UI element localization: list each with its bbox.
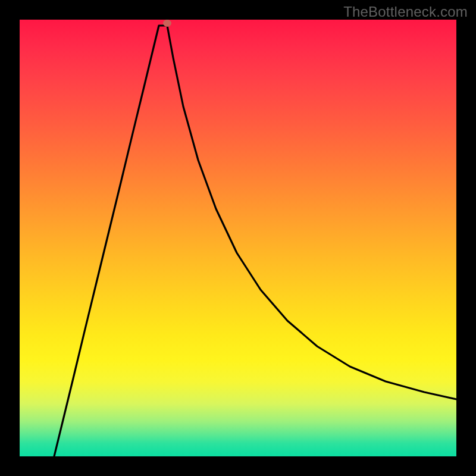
chart-frame: TheBottleneck.com [0,0,476,476]
minimum-marker [163,20,171,27]
plot-area [20,20,456,456]
bottleneck-curve [20,20,456,456]
watermark-text: TheBottleneck.com [343,4,468,20]
